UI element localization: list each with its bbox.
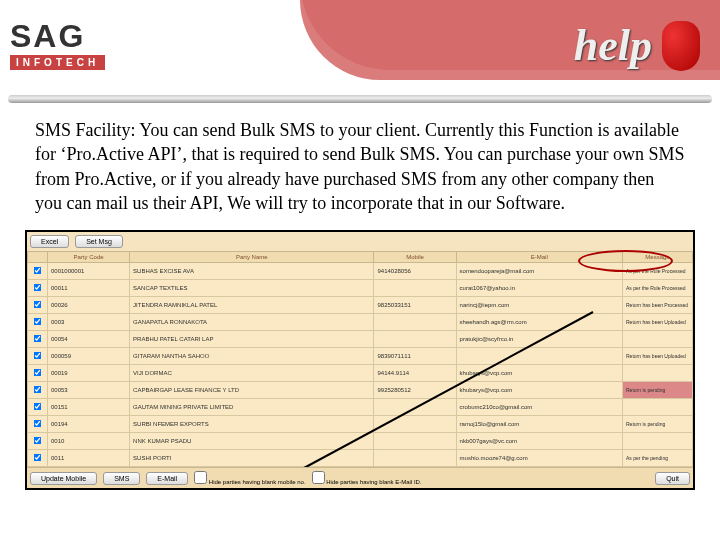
screenshot-footer: Update Mobile SMS E-Mail Hide parties ha… bbox=[27, 467, 693, 488]
logo-main: SAG bbox=[10, 18, 105, 55]
help-label: help bbox=[574, 20, 652, 71]
excel-button[interactable]: Excel bbox=[30, 235, 69, 248]
header: SAG INFOTECH help bbox=[0, 0, 720, 95]
table-row[interactable]: 00053CAPBAIRGAP LEASE FINANCE Y LTD99252… bbox=[28, 382, 693, 399]
mouse-icon bbox=[662, 21, 700, 71]
setmsg-button[interactable]: Set Msg bbox=[75, 235, 123, 248]
party-table: Party CodeParty NameMobileE-MailMessage … bbox=[27, 251, 693, 490]
table-row[interactable]: 000059GITARAM NANTHA SAHOO9839071111Retu… bbox=[28, 348, 693, 365]
logo: SAG INFOTECH bbox=[10, 18, 105, 70]
table-row[interactable]: 00194SURBI NFEMER EXPORTSramoj15lo@gmail… bbox=[28, 416, 693, 433]
help-area: help bbox=[574, 20, 700, 71]
table-row[interactable]: 00054PRABHU PATEL CATARI LAPpratukjic@sc… bbox=[28, 331, 693, 348]
table-row[interactable]: 0011SUSHI PORTImushio.mooze74@g.comAs pe… bbox=[28, 450, 693, 467]
screenshot-toolbar: Excel Set Msg bbox=[27, 232, 693, 251]
logo-tagline: INFOTECH bbox=[10, 55, 105, 70]
table-row[interactable]: 00011SANCAP TEXTILEScurat1067@yahoo.inAs… bbox=[28, 280, 693, 297]
quit-button[interactable]: Quit bbox=[655, 472, 690, 485]
table-row[interactable]: 00019VIJI DORMAC94144.9114khubarys@vcp.c… bbox=[28, 365, 693, 382]
email-button[interactable]: E-Mail bbox=[146, 472, 188, 485]
table-row[interactable]: 00026JITENDRA RAMNIKLAL PATEL9825033151n… bbox=[28, 297, 693, 314]
hide-blank-mobile-check[interactable]: Hide parties having blank mobile no. bbox=[194, 471, 305, 485]
hide-blank-email-check[interactable]: Hide parties having blank E-Mail ID. bbox=[312, 471, 422, 485]
table-row[interactable]: 0003GANAPATLA RONNAKOTAsheehandh.ags@rm.… bbox=[28, 314, 693, 331]
sms-screenshot: Excel Set Msg Party CodeParty NameMobile… bbox=[25, 230, 695, 490]
table-row[interactable]: 00151GAUTAM MINING PRIVATE LIMITEDcrobum… bbox=[28, 399, 693, 416]
content-text: SMS Facility: You can send Bulk SMS to y… bbox=[0, 103, 720, 225]
table-row[interactable]: 0010NNK KUMAR PSADUnkb007gays@vc.com bbox=[28, 433, 693, 450]
sms-facility-paragraph: SMS Facility: You can send Bulk SMS to y… bbox=[35, 118, 685, 215]
table-row[interactable]: 0001000001SUBHAS EXCISE AVA9414028056som… bbox=[28, 263, 693, 280]
update-mobile-button[interactable]: Update Mobile bbox=[30, 472, 97, 485]
header-divider bbox=[8, 95, 712, 103]
sms-button[interactable]: SMS bbox=[103, 472, 140, 485]
